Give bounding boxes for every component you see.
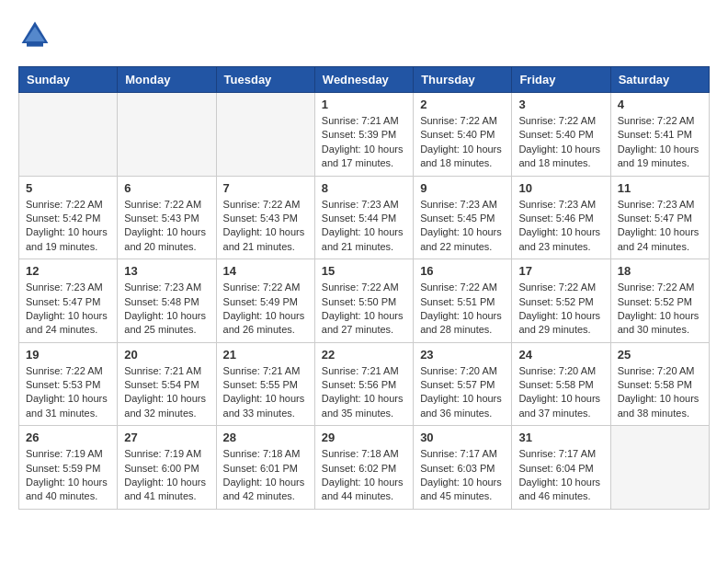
calendar-header-monday: Monday (118, 67, 216, 93)
day-info: Sunrise: 7:22 AM Sunset: 5:40 PM Dayligh… (420, 114, 505, 171)
day-number: 18 (618, 264, 702, 278)
calendar-cell: 6Sunrise: 7:22 AM Sunset: 5:43 PM Daylig… (118, 176, 216, 259)
day-number: 19 (26, 348, 110, 362)
calendar-cell: 15Sunrise: 7:22 AM Sunset: 5:50 PM Dayli… (314, 259, 413, 343)
day-info: Sunrise: 7:23 AM Sunset: 5:48 PM Dayligh… (124, 281, 209, 338)
day-info: Sunrise: 7:17 AM Sunset: 6:04 PM Dayligh… (518, 447, 603, 504)
calendar-cell: 26Sunrise: 7:19 AM Sunset: 5:59 PM Dayli… (19, 426, 118, 510)
day-number: 13 (124, 264, 209, 278)
calendar-cell (19, 93, 118, 177)
calendar-header-wednesday: Wednesday (314, 67, 413, 93)
calendar-table: SundayMondayTuesdayWednesdayThursdayFrid… (18, 66, 710, 510)
day-number: 25 (618, 348, 702, 362)
calendar-cell: 9Sunrise: 7:23 AM Sunset: 5:45 PM Daylig… (414, 176, 512, 259)
calendar-cell (118, 93, 216, 177)
day-info: Sunrise: 7:23 AM Sunset: 5:46 PM Dayligh… (518, 198, 603, 255)
calendar-cell: 4Sunrise: 7:22 AM Sunset: 5:41 PM Daylig… (610, 93, 709, 177)
day-info: Sunrise: 7:18 AM Sunset: 6:01 PM Dayligh… (223, 447, 308, 504)
day-info: Sunrise: 7:22 AM Sunset: 5:49 PM Dayligh… (223, 281, 308, 338)
calendar-header-tuesday: Tuesday (216, 67, 314, 93)
day-number: 4 (618, 98, 702, 111)
day-number: 5 (26, 181, 110, 195)
day-number: 15 (322, 264, 406, 278)
day-number: 2 (420, 98, 505, 111)
calendar-week-1: 1Sunrise: 7:21 AM Sunset: 5:39 PM Daylig… (19, 93, 710, 177)
day-number: 27 (124, 431, 209, 444)
day-info: Sunrise: 7:22 AM Sunset: 5:50 PM Dayligh… (322, 281, 406, 338)
calendar-week-4: 19Sunrise: 7:22 AM Sunset: 5:53 PM Dayli… (19, 342, 710, 426)
day-number: 1 (322, 98, 406, 111)
day-info: Sunrise: 7:19 AM Sunset: 6:00 PM Dayligh… (124, 447, 209, 504)
calendar-cell: 19Sunrise: 7:22 AM Sunset: 5:53 PM Dayli… (19, 342, 118, 426)
day-info: Sunrise: 7:21 AM Sunset: 5:55 PM Dayligh… (223, 364, 308, 421)
day-info: Sunrise: 7:20 AM Sunset: 5:57 PM Dayligh… (420, 364, 505, 421)
day-info: Sunrise: 7:22 AM Sunset: 5:53 PM Dayligh… (26, 364, 110, 421)
day-number: 6 (124, 181, 209, 195)
day-number: 9 (420, 181, 505, 195)
calendar-cell: 31Sunrise: 7:17 AM Sunset: 6:04 PM Dayli… (512, 426, 610, 510)
day-info: Sunrise: 7:21 AM Sunset: 5:56 PM Dayligh… (322, 364, 406, 421)
day-info: Sunrise: 7:22 AM Sunset: 5:43 PM Dayligh… (124, 198, 209, 255)
day-info: Sunrise: 7:20 AM Sunset: 5:58 PM Dayligh… (518, 364, 603, 421)
day-number: 21 (223, 348, 308, 362)
calendar-cell: 28Sunrise: 7:18 AM Sunset: 6:01 PM Dayli… (216, 426, 314, 510)
day-info: Sunrise: 7:22 AM Sunset: 5:41 PM Dayligh… (618, 114, 702, 171)
day-number: 26 (26, 431, 110, 444)
calendar-cell: 30Sunrise: 7:17 AM Sunset: 6:03 PM Dayli… (414, 426, 512, 510)
calendar-header-friday: Friday (512, 67, 610, 93)
day-info: Sunrise: 7:23 AM Sunset: 5:47 PM Dayligh… (26, 281, 110, 338)
calendar-cell: 12Sunrise: 7:23 AM Sunset: 5:47 PM Dayli… (19, 259, 118, 343)
svg-rect-2 (27, 41, 43, 46)
day-info: Sunrise: 7:22 AM Sunset: 5:43 PM Dayligh… (223, 198, 308, 255)
day-info: Sunrise: 7:21 AM Sunset: 5:54 PM Dayligh… (124, 364, 209, 421)
page-header (18, 18, 710, 52)
calendar-cell: 3Sunrise: 7:22 AM Sunset: 5:40 PM Daylig… (512, 93, 610, 177)
calendar-cell: 24Sunrise: 7:20 AM Sunset: 5:58 PM Dayli… (512, 342, 610, 426)
calendar-header-saturday: Saturday (610, 67, 709, 93)
calendar-cell (216, 93, 314, 177)
day-info: Sunrise: 7:20 AM Sunset: 5:58 PM Dayligh… (618, 364, 702, 421)
calendar-header-thursday: Thursday (414, 67, 512, 93)
day-info: Sunrise: 7:23 AM Sunset: 5:47 PM Dayligh… (618, 198, 702, 255)
calendar-cell: 5Sunrise: 7:22 AM Sunset: 5:42 PM Daylig… (19, 176, 118, 259)
day-info: Sunrise: 7:19 AM Sunset: 5:59 PM Dayligh… (26, 447, 110, 504)
day-number: 10 (518, 181, 603, 195)
day-number: 22 (322, 348, 406, 362)
calendar-cell: 20Sunrise: 7:21 AM Sunset: 5:54 PM Dayli… (118, 342, 216, 426)
day-info: Sunrise: 7:17 AM Sunset: 6:03 PM Dayligh… (420, 447, 505, 504)
day-number: 7 (223, 181, 308, 195)
calendar-cell: 17Sunrise: 7:22 AM Sunset: 5:52 PM Dayli… (512, 259, 610, 343)
calendar-week-5: 26Sunrise: 7:19 AM Sunset: 5:59 PM Dayli… (19, 426, 710, 510)
calendar-cell: 18Sunrise: 7:22 AM Sunset: 5:52 PM Dayli… (610, 259, 709, 343)
day-number: 14 (223, 264, 308, 278)
calendar-cell: 11Sunrise: 7:23 AM Sunset: 5:47 PM Dayli… (610, 176, 709, 259)
day-info: Sunrise: 7:23 AM Sunset: 5:44 PM Dayligh… (322, 198, 406, 255)
calendar-cell: 7Sunrise: 7:22 AM Sunset: 5:43 PM Daylig… (216, 176, 314, 259)
calendar-cell: 25Sunrise: 7:20 AM Sunset: 5:58 PM Dayli… (610, 342, 709, 426)
day-info: Sunrise: 7:21 AM Sunset: 5:39 PM Dayligh… (322, 114, 406, 171)
calendar-cell: 2Sunrise: 7:22 AM Sunset: 5:40 PM Daylig… (414, 93, 512, 177)
calendar-week-2: 5Sunrise: 7:22 AM Sunset: 5:42 PM Daylig… (19, 176, 710, 259)
day-number: 17 (518, 264, 603, 278)
calendar-cell: 8Sunrise: 7:23 AM Sunset: 5:44 PM Daylig… (314, 176, 413, 259)
calendar-cell: 21Sunrise: 7:21 AM Sunset: 5:55 PM Dayli… (216, 342, 314, 426)
day-info: Sunrise: 7:23 AM Sunset: 5:45 PM Dayligh… (420, 198, 505, 255)
day-number: 31 (518, 431, 603, 444)
calendar-cell: 13Sunrise: 7:23 AM Sunset: 5:48 PM Dayli… (118, 259, 216, 343)
day-info: Sunrise: 7:18 AM Sunset: 6:02 PM Dayligh… (322, 447, 406, 504)
day-number: 16 (420, 264, 505, 278)
calendar-cell: 22Sunrise: 7:21 AM Sunset: 5:56 PM Dayli… (314, 342, 413, 426)
day-number: 12 (26, 264, 110, 278)
day-info: Sunrise: 7:22 AM Sunset: 5:52 PM Dayligh… (518, 281, 603, 338)
day-info: Sunrise: 7:22 AM Sunset: 5:42 PM Dayligh… (26, 198, 110, 255)
calendar-header-sunday: Sunday (19, 67, 118, 93)
day-number: 23 (420, 348, 505, 362)
logo (18, 18, 57, 52)
calendar-cell: 27Sunrise: 7:19 AM Sunset: 6:00 PM Dayli… (118, 426, 216, 510)
calendar-cell: 16Sunrise: 7:22 AM Sunset: 5:51 PM Dayli… (414, 259, 512, 343)
calendar-cell: 23Sunrise: 7:20 AM Sunset: 5:57 PM Dayli… (414, 342, 512, 426)
day-info: Sunrise: 7:22 AM Sunset: 5:51 PM Dayligh… (420, 281, 505, 338)
calendar-header-row: SundayMondayTuesdayWednesdayThursdayFrid… (19, 67, 710, 93)
calendar-cell (610, 426, 709, 510)
calendar-cell: 14Sunrise: 7:22 AM Sunset: 5:49 PM Dayli… (216, 259, 314, 343)
